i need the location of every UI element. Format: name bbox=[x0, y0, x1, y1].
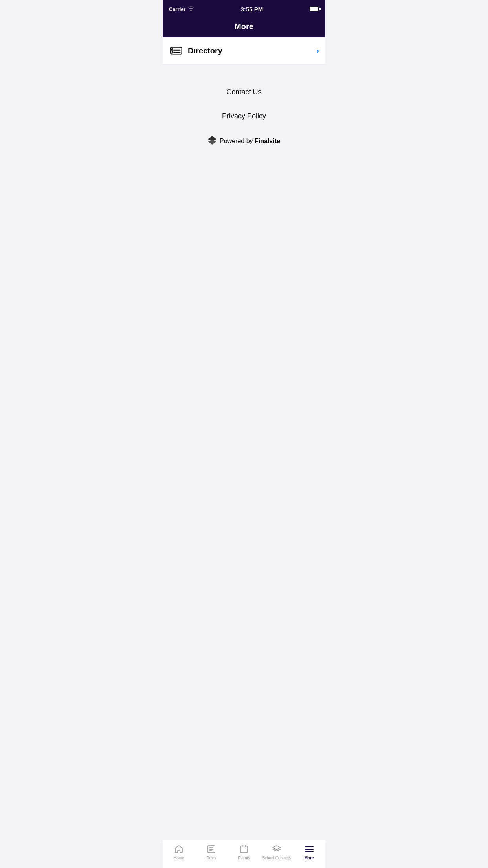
page-title: More bbox=[235, 22, 253, 31]
contact-us-item[interactable]: Contact Us bbox=[163, 80, 325, 104]
wifi-icon bbox=[188, 6, 194, 12]
privacy-policy-label: Privacy Policy bbox=[222, 112, 266, 120]
status-time: 3:55 PM bbox=[240, 6, 263, 13]
powered-by-row: Powered by Finalsite bbox=[163, 128, 325, 154]
svg-marker-7 bbox=[208, 140, 216, 145]
directory-icon bbox=[170, 44, 182, 57]
chevron-right-icon: › bbox=[317, 47, 319, 55]
status-right bbox=[310, 7, 319, 11]
contact-us-label: Contact Us bbox=[226, 88, 261, 96]
directory-row[interactable]: Directory › bbox=[163, 37, 325, 64]
content-area: Contact Us Privacy Policy Powered by Fin… bbox=[163, 64, 325, 170]
privacy-policy-item[interactable]: Privacy Policy bbox=[163, 104, 325, 128]
finalsite-brand: Finalsite bbox=[255, 138, 280, 144]
finalsite-logo-icon bbox=[208, 136, 216, 146]
directory-icon-wrapper bbox=[169, 44, 183, 58]
battery-icon bbox=[310, 7, 319, 11]
svg-point-1 bbox=[171, 49, 172, 50]
page-header: More bbox=[163, 17, 325, 37]
powered-by-text: Powered by Finalsite bbox=[220, 138, 280, 145]
carrier-label: Carrier bbox=[169, 6, 186, 12]
status-left: Carrier bbox=[169, 6, 194, 12]
directory-label: Directory bbox=[188, 46, 317, 55]
status-bar: Carrier 3:55 PM bbox=[163, 0, 325, 17]
main-content: Contact Us Privacy Policy Powered by Fin… bbox=[163, 64, 325, 282]
